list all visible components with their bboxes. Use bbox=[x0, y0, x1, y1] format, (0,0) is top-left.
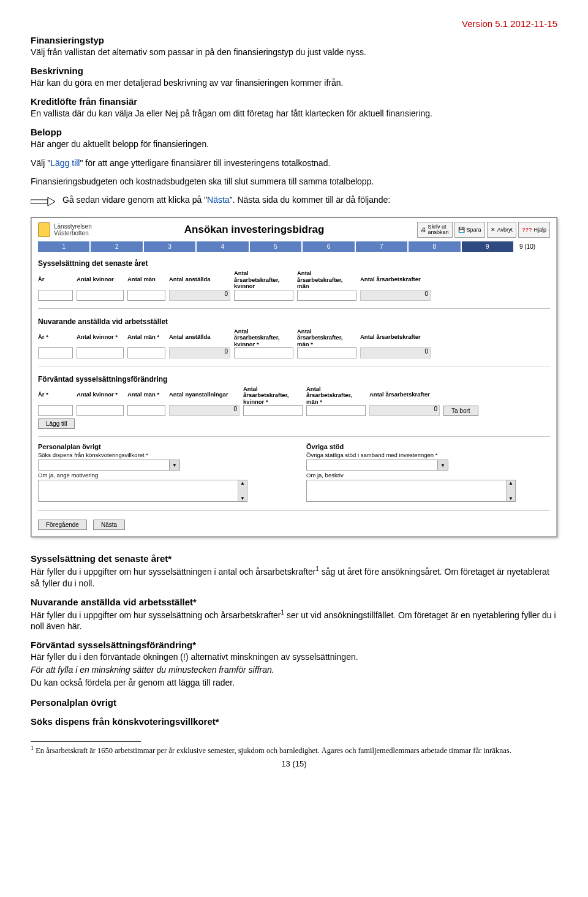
printer-icon: 🖨 bbox=[421, 227, 426, 233]
footnote-text: 1 En årsarbetskraft är 1650 arbetstimmar… bbox=[31, 744, 557, 755]
step-1[interactable]: 1 bbox=[38, 241, 89, 252]
para-nuvarande: Här fyller du i uppgifter om hur syssels… bbox=[31, 608, 557, 632]
sec4-right-title: Övriga stöd bbox=[306, 443, 550, 450]
remove-row-button[interactable]: Ta bort bbox=[443, 406, 478, 416]
heading-nuvarande: Nuvarande anställda vid arbetsstället* bbox=[31, 597, 557, 607]
sec4-left-title: Personalplan övrigt bbox=[38, 443, 282, 450]
dispens-select[interactable]: ▼ bbox=[38, 460, 180, 471]
print-button[interactable]: 🖨Skriv ut ansökan bbox=[417, 222, 453, 238]
text-static: Här fyller du i uppgifter om hur syssels… bbox=[31, 610, 281, 619]
para-forvantad-2: För att fylla i en minskning sätter du m… bbox=[31, 664, 557, 676]
heading-kreditlofte: Kreditlöfte från finansiär bbox=[31, 96, 557, 107]
lbl-anst: Antal anställda bbox=[169, 276, 230, 290]
heading-sysselsattning: Sysselsättning det senaste året* bbox=[31, 553, 557, 564]
save-button[interactable]: 💾Spara bbox=[454, 222, 485, 238]
text-static: Här fyller du i uppgifter om hur syssels… bbox=[31, 567, 315, 577]
para-kreditlofte: En vallista där du kan välja Ja eller Ne… bbox=[31, 108, 557, 119]
chevron-down-icon: ▼ bbox=[169, 460, 179, 470]
page-version: Version 5.1 2012-11-15 bbox=[31, 18, 557, 29]
ovriga-select[interactable]: ▼ bbox=[306, 460, 448, 471]
add-row-button[interactable]: Lägg till bbox=[38, 418, 75, 429]
sec4-right-sub: Om ja, beskriv bbox=[306, 472, 550, 479]
scroll-up-icon[interactable]: ▲ bbox=[508, 480, 513, 486]
arrow-right-icon bbox=[31, 197, 55, 208]
footnote-separator bbox=[31, 741, 141, 742]
lbl-akv: Antal årsarbetskrafter, kvinnor bbox=[234, 270, 293, 289]
input-aman2[interactable] bbox=[297, 347, 356, 358]
shield-icon bbox=[38, 222, 50, 237]
cancel-button[interactable]: ✕Avbryt bbox=[487, 222, 516, 238]
input-aman3[interactable] bbox=[306, 405, 366, 416]
heading-finansieringstyp: Finansieringstyp bbox=[31, 35, 557, 45]
heading-dispens: Söks dispens från könskvoteringsvillkore… bbox=[31, 716, 557, 727]
input-akv2[interactable] bbox=[234, 347, 293, 358]
beskriv-textarea[interactable]: ▲▼ bbox=[306, 480, 516, 502]
lbl-aman2: Antal årsarbetskrafter, män * bbox=[297, 328, 356, 347]
step-9[interactable]: 9 bbox=[462, 241, 513, 252]
app-screenshot: Länsstyrelsen Västerbotten Ansökan inves… bbox=[31, 217, 557, 537]
help-button[interactable]: ???Hjälp bbox=[518, 222, 550, 238]
input-kvinnor3[interactable] bbox=[77, 405, 124, 416]
heading-personalplan: Personalplan övrigt bbox=[31, 697, 557, 708]
text-static: Gå sedan vidare genom att klicka på " bbox=[62, 195, 207, 205]
step-2[interactable]: 2 bbox=[91, 241, 142, 252]
readonly-anst2: 0 bbox=[169, 347, 230, 358]
lbl-aman3: Antal årsarbetskrafter, män * bbox=[306, 386, 366, 405]
lbl-anst2: Antal anställda bbox=[169, 334, 230, 347]
para-sysselsattning: Här fyller du i uppgifter om hur syssels… bbox=[31, 565, 557, 589]
scroll-up-icon[interactable]: ▲ bbox=[240, 480, 245, 486]
motivering-textarea[interactable]: ▲▼ bbox=[38, 480, 247, 502]
link-lagg-till: Lägg till bbox=[50, 158, 80, 168]
form-sec2-title: Nuvarande anställda vid arbetsstället bbox=[38, 317, 550, 326]
text-static: En årsarbetskraft är 1650 arbetstimmar p… bbox=[34, 746, 511, 755]
text-static: ". Nästa sida du kommer till är då följa… bbox=[230, 195, 391, 205]
logo-line2: Västerbotten bbox=[54, 230, 92, 237]
form-sec1-title: Sysselsättning det senaste året bbox=[38, 259, 550, 268]
lbl-ar3: År * bbox=[38, 392, 73, 405]
input-man2[interactable] bbox=[127, 347, 165, 358]
step-5[interactable]: 5 bbox=[250, 241, 301, 252]
step-6[interactable]: 6 bbox=[303, 241, 354, 252]
step-4[interactable]: 4 bbox=[197, 241, 248, 252]
text-static: " för att ange ytterligare finansiärer t… bbox=[80, 158, 330, 168]
step-bar: 1 2 3 4 5 6 7 8 9 9 (10) bbox=[32, 239, 556, 253]
lbl-ar2: År * bbox=[38, 334, 73, 347]
help-label: Hjälp bbox=[533, 227, 546, 233]
lbl-atot2: Antal årsarbetskrafter bbox=[360, 334, 431, 347]
lbl-atot3: Antal årsarbetskrafter bbox=[369, 392, 440, 405]
next-button[interactable]: Nästa bbox=[93, 520, 125, 530]
step-7[interactable]: 7 bbox=[356, 241, 407, 252]
app-logo: Länsstyrelsen Västerbotten bbox=[38, 222, 92, 237]
step-3[interactable]: 3 bbox=[144, 241, 195, 252]
lbl-man3: Antal män * bbox=[127, 392, 165, 405]
lbl-man2: Antal män * bbox=[127, 334, 165, 347]
sec4-right-q: Övriga statliga stöd i samband med inves… bbox=[306, 452, 550, 458]
step-count: 9 (10) bbox=[514, 243, 550, 250]
step-8[interactable]: 8 bbox=[409, 241, 460, 252]
input-kvinnor2[interactable] bbox=[77, 347, 124, 358]
para-beskrivning: Här kan du göra en mer detaljerad beskri… bbox=[31, 77, 557, 89]
scroll-down-icon[interactable]: ▼ bbox=[240, 496, 245, 501]
lbl-ar: År bbox=[38, 276, 73, 290]
svg-rect-0 bbox=[31, 200, 48, 203]
lbl-kvinnor2: Antal kvinnor * bbox=[77, 334, 124, 347]
lbl-akv2: Antal årsarbetskrafter, kvinnor * bbox=[234, 328, 293, 347]
input-man[interactable] bbox=[127, 290, 165, 301]
prev-button[interactable]: Föregående bbox=[38, 520, 87, 530]
readonly-anst3: 0 bbox=[169, 405, 239, 416]
input-akv[interactable] bbox=[234, 290, 293, 301]
lbl-kvinnor3: Antal kvinnor * bbox=[77, 392, 124, 405]
input-man3[interactable] bbox=[127, 405, 165, 416]
cancel-label: Avbryt bbox=[497, 227, 513, 233]
lbl-anst3: Antal nyanställningar bbox=[169, 392, 239, 405]
save-icon: 💾 bbox=[458, 227, 465, 233]
scroll-down-icon[interactable]: ▼ bbox=[508, 496, 513, 501]
input-aman[interactable] bbox=[297, 290, 356, 301]
input-kvinnor[interactable] bbox=[77, 290, 124, 301]
svg-marker-1 bbox=[48, 197, 55, 206]
input-akv3[interactable] bbox=[243, 405, 303, 416]
input-ar[interactable] bbox=[38, 290, 73, 301]
input-ar2[interactable] bbox=[38, 347, 73, 358]
input-ar3[interactable] bbox=[38, 405, 73, 416]
readonly-atot: 0 bbox=[360, 290, 431, 301]
